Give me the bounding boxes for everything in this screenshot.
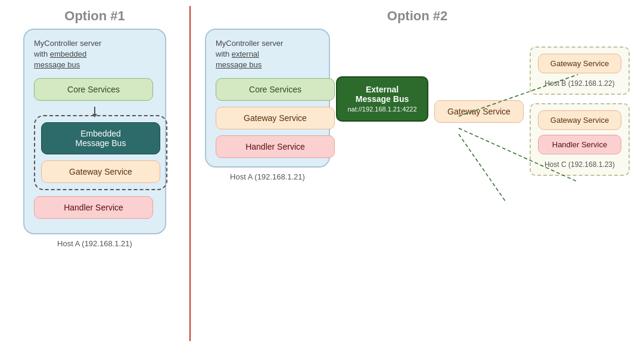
option2-section: Option #2 MyController serverwith extern…: [191, 6, 638, 341]
option2-host-a-label: Host A (192.168.1.21): [205, 172, 330, 181]
option2-external-bus-col: ExternalMessage Bus nat://192.168.1.21:4…: [336, 29, 428, 122]
option2-external-bus: ExternalMessage Bus nat://192.168.1.21:4…: [336, 76, 428, 122]
option2-gateway-service: Gateway Service: [216, 107, 335, 129]
option2-standalone-gateway: Gateway Service: [434, 100, 524, 123]
option2-host-a-container: MyController serverwith externalmessage …: [205, 29, 330, 168]
option1-core-services: Core Services: [34, 78, 153, 101]
option2-host-b-gateway: Gateway Service: [538, 54, 621, 73]
option1-title: Option #1: [64, 8, 125, 24]
option1-arrow-core-to-bus: [94, 107, 95, 115]
option2-host-c-label: Host C (192.168.1.23): [545, 160, 615, 169]
option2-host-b-label: Host B (192.168.1.22): [545, 79, 614, 88]
option2-inner: MyController serverwith externalmessage …: [197, 29, 638, 181]
option2-remote-hosts: Gateway Service Host B (192.168.1.22) Ga…: [530, 29, 630, 176]
option1-controller-label: MyController serverwith embeddedmessage …: [34, 38, 101, 71]
option2-host-c-gateway: Gateway Service: [538, 110, 621, 130]
diagram-wrapper: Option #1 MyController serverwith embedd…: [0, 0, 644, 347]
option1-host-label: Host A (192.168.1.21): [6, 239, 183, 248]
option1-embedded-bus: EmbeddedMessage Bus: [41, 122, 160, 154]
option2-host-b: Gateway Service Host B (192.168.1.22): [530, 47, 630, 95]
option1-host-container: MyController serverwith embeddedmessage …: [23, 29, 166, 234]
option2-external-bus-address: nat://192.168.1.21:4222: [347, 106, 416, 113]
option2-standalone-col: Gateway Service: [434, 29, 524, 129]
option2-host-c-handler: Handler Service: [538, 135, 621, 154]
option1-gateway-service: Gateway Service: [41, 160, 160, 183]
option2-core-services: Core Services: [216, 78, 335, 101]
option1-handler-service: Handler Service: [34, 196, 153, 219]
option1-section: Option #1 MyController serverwith embedd…: [6, 6, 191, 341]
option1-dashed-group: EmbeddedMessage Bus Gateway Service: [34, 115, 167, 190]
option2-handler-service: Handler Service: [216, 135, 335, 158]
option2-title: Option #2: [387, 8, 447, 24]
option2-host-c: Gateway Service Handler Service Host C (…: [530, 103, 630, 176]
option2-controller-label: MyController serverwith externalmessage …: [216, 38, 283, 71]
option2-host-a: MyController serverwith externalmessage …: [205, 29, 330, 181]
